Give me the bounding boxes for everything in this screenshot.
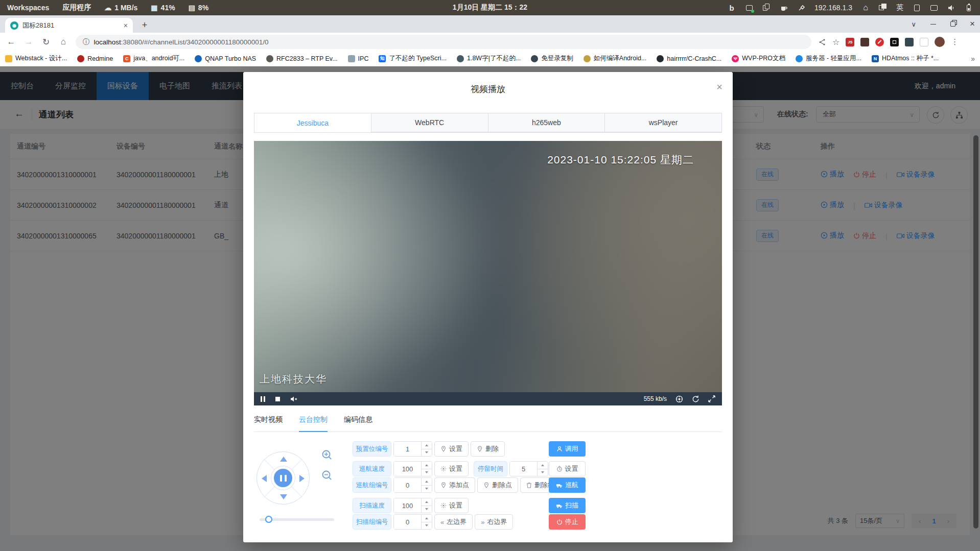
preset-input[interactable] — [394, 442, 421, 456]
ptz-stop-button[interactable]: 停止 — [549, 514, 586, 530]
dwell-time-input[interactable] — [510, 462, 537, 476]
tab-close-icon[interactable]: × — [124, 21, 128, 30]
dwell-decrease-icon[interactable] — [538, 469, 548, 476]
color-picker-tray-icon[interactable] — [797, 4, 805, 12]
bookmark-item[interactable]: Cjava、android可... — [123, 54, 184, 63]
workspace-switcher-icon[interactable] — [879, 4, 887, 12]
battery-tray-icon[interactable] — [965, 4, 973, 12]
ptz-up-icon[interactable] — [280, 457, 287, 462]
profile-avatar[interactable] — [935, 37, 945, 47]
delete-point-button[interactable]: 删除点 — [477, 477, 518, 493]
scan-speed-input[interactable] — [394, 498, 421, 513]
back-icon[interactable]: ← — [6, 37, 16, 47]
ptz-direction-pad[interactable] — [256, 451, 310, 505]
bookmark-item[interactable]: 免登录复制 — [531, 54, 573, 63]
cruise-group-decrease-icon[interactable] — [422, 486, 432, 493]
caffeine-tray-icon[interactable] — [780, 4, 788, 12]
cruise-group-input[interactable] — [394, 478, 421, 492]
extension-reader-icon[interactable] — [890, 38, 899, 46]
ptz-stop-pan-button[interactable] — [271, 466, 295, 490]
extension-dark-icon[interactable] — [860, 38, 869, 46]
bookmark-item[interactable]: 知了不起的 TypeScri... — [379, 54, 447, 63]
bookmark-item[interactable]: IPC — [348, 55, 369, 62]
bookmark-star-icon[interactable]: ☆ — [832, 37, 839, 47]
forward-icon[interactable]: → — [24, 37, 34, 47]
ip-address[interactable]: 192.168.1.3 — [814, 4, 852, 12]
browser-tab[interactable]: ◉ 国标28181 × — [5, 18, 133, 33]
info-tab-2[interactable]: 云台控制 — [299, 415, 328, 432]
bookmark-item[interactable]: 1.8W字|了不起的... — [457, 54, 521, 63]
dialog-close-icon[interactable]: × — [716, 81, 722, 93]
bookmark-item[interactable]: Redmine — [77, 55, 113, 62]
new-tab-button[interactable]: + — [139, 20, 150, 31]
add-point-button[interactable]: 添加点 — [434, 477, 475, 493]
window-minimize-button[interactable] — [930, 24, 936, 25]
player-tab-h265web[interactable]: h265web — [488, 113, 605, 132]
browser-menu-icon[interactable]: ⋮ — [951, 37, 959, 46]
clipboard-tray-icon[interactable] — [762, 4, 771, 12]
clock[interactable]: 1月10日 星期二 15：22 — [453, 3, 527, 12]
snapshot-icon[interactable] — [675, 395, 683, 403]
scan-group-increase-icon[interactable] — [422, 515, 432, 522]
zoom-in-icon[interactable] — [321, 449, 333, 461]
volume-tray-icon[interactable] — [947, 4, 955, 12]
screenshot-tray-icon[interactable] — [745, 4, 753, 12]
cruise-speed-increase-icon[interactable] — [422, 462, 432, 469]
ptz-speed-slider[interactable] — [260, 518, 334, 521]
home-icon[interactable]: ⌂ — [58, 37, 68, 47]
bookmark-item[interactable]: 服务器 - 轻量应用... — [796, 54, 861, 63]
bookmarks-overflow-icon[interactable]: » — [971, 55, 975, 63]
bing-tray-icon[interactable]: b — [728, 4, 736, 12]
workspaces-button[interactable]: Workspaces — [7, 4, 49, 12]
extension-js-icon[interactable]: JS — [846, 38, 854, 46]
ptz-right-icon[interactable] — [299, 475, 305, 482]
scan-start-button[interactable]: 扫描 — [549, 498, 586, 513]
left-border-button[interactable]: « 左边界 — [434, 514, 473, 530]
extension-blocker-icon[interactable] — [875, 38, 884, 46]
dwell-set-button[interactable]: 设置 — [549, 461, 586, 476]
player-tab-jessibuca[interactable]: Jessibuca — [254, 113, 371, 132]
scan-group-decrease-icon[interactable] — [422, 522, 432, 530]
refresh-stream-icon[interactable] — [692, 395, 699, 403]
scan-speed-decrease-icon[interactable] — [422, 506, 432, 513]
applications-menu[interactable]: 应用程序 — [62, 3, 91, 12]
ptz-down-icon[interactable] — [280, 494, 287, 499]
bookmark-item[interactable]: 如何编译Android... — [584, 54, 647, 63]
bookmark-item[interactable]: RFC2833 – RTP Ev... — [266, 55, 338, 62]
player-tab-wsplayer[interactable]: wsPlayer — [605, 113, 721, 132]
info-tab-1[interactable]: 实时视频 — [254, 415, 283, 432]
player-tab-webrtc[interactable]: WebRTC — [371, 113, 488, 132]
tab-search-icon[interactable]: ∨ — [912, 20, 917, 28]
extension-light-icon[interactable] — [920, 38, 928, 46]
cruise-group-increase-icon[interactable] — [422, 478, 432, 486]
address-bar[interactable]: ⓘ localhost:38080/#/channelList/34020000… — [76, 35, 811, 49]
bookmark-item[interactable]: ΨWVP-PRO文档 — [732, 54, 785, 63]
share-icon[interactable] — [819, 38, 826, 46]
stop-icon[interactable] — [275, 397, 280, 401]
ptz-left-icon[interactable] — [262, 475, 267, 482]
zoom-out-icon[interactable] — [321, 469, 333, 482]
mute-icon[interactable] — [290, 396, 298, 402]
bookmark-item[interactable]: hairrrrr/C-CrashC... — [657, 55, 721, 62]
bookmark-item[interactable]: Webstack - 设计... — [5, 54, 67, 63]
extension-pin-icon[interactable] — [905, 38, 914, 46]
scan-group-input[interactable] — [394, 515, 421, 529]
fullscreen-icon[interactable] — [708, 395, 715, 402]
screen-rotate-icon[interactable] — [913, 4, 921, 12]
bookmark-item[interactable]: NHDAtmos :: 种子 *... — [872, 54, 939, 63]
display-tray-icon[interactable] — [930, 4, 938, 12]
preset-increase-icon[interactable] — [422, 442, 432, 449]
info-tab-3[interactable]: 编码信息 — [344, 415, 372, 432]
ime-indicator[interactable]: 英 — [896, 3, 903, 12]
reload-icon[interactable]: ↻ — [41, 37, 51, 47]
preset-call-button[interactable]: 调用 — [549, 441, 586, 457]
site-info-icon[interactable]: ⓘ — [83, 37, 90, 46]
preset-decrease-icon[interactable] — [422, 449, 432, 457]
preset-delete-button[interactable]: 删除 — [471, 441, 505, 457]
cruise-speed-set-button[interactable]: 设置 — [434, 461, 469, 476]
window-close-button[interactable]: × — [970, 19, 975, 29]
right-border-button[interactable]: » 右边界 — [475, 514, 513, 530]
home-tray-icon[interactable]: ⌂ — [861, 4, 870, 12]
dwell-increase-icon[interactable] — [538, 462, 548, 469]
scan-speed-increase-icon[interactable] — [422, 498, 432, 506]
